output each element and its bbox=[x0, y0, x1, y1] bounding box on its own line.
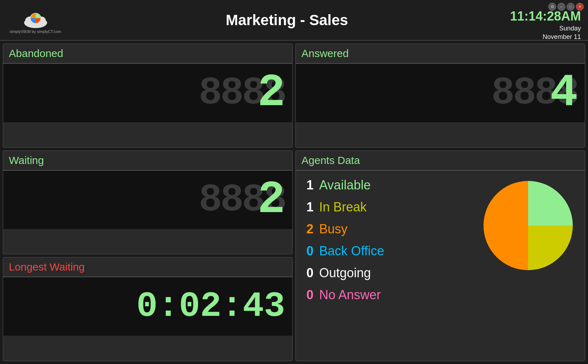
abandoned-header: Abandoned bbox=[3, 44, 292, 64]
agent-count: 1 bbox=[303, 200, 313, 215]
main-content: Abandoned 8888 2 Answered 8888 4 Waiting… bbox=[0, 41, 588, 364]
waiting-header: Waiting bbox=[3, 151, 292, 171]
logo-text: simplyVIEW by simplyCT.com bbox=[10, 29, 61, 34]
waiting-panel: Waiting 8888 2 bbox=[3, 150, 293, 255]
answered-digit-display: 8888 4 bbox=[303, 71, 578, 115]
date-month: November 11 bbox=[543, 33, 581, 40]
agent-count: 0 bbox=[303, 266, 313, 280]
agents-header: Agents Data bbox=[296, 151, 585, 171]
date-day: Sunday bbox=[559, 25, 581, 32]
answered-body: 8888 4 bbox=[296, 64, 585, 122]
agent-label: Busy bbox=[319, 222, 347, 237]
agents-panel: Agents Data 1 Available 1 In Break 2 Bus… bbox=[295, 150, 585, 361]
settings-button[interactable]: ⚙ bbox=[548, 3, 556, 11]
pie-chart bbox=[479, 176, 578, 275]
abandoned-body: 8888 2 bbox=[3, 64, 292, 122]
agent-count: 2 bbox=[303, 222, 313, 237]
agent-label: No Answer bbox=[319, 288, 381, 302]
abandoned-panel: Abandoned 8888 2 bbox=[3, 44, 293, 148]
agent-row: 0 Back Office bbox=[303, 244, 384, 258]
logo-icon bbox=[22, 6, 49, 29]
clock-display: 11:14:28AM bbox=[510, 9, 581, 24]
agent-row: 0 Outgoing bbox=[303, 266, 384, 280]
waiting-digit-display: 8888 2 bbox=[10, 178, 285, 222]
longest-waiting-body: 0:02:43 bbox=[3, 277, 292, 336]
agent-row: 0 No Answer bbox=[303, 288, 384, 302]
logo-area: simplyVIEW by simplyCT.com bbox=[7, 6, 64, 34]
agent-count: 0 bbox=[303, 288, 313, 302]
title-bar: simplyVIEW by simplyCT.com Marketing - S… bbox=[0, 0, 588, 41]
abandoned-value: 2 bbox=[258, 67, 285, 119]
agent-row: 1 Available bbox=[303, 178, 384, 193]
answered-value: 4 bbox=[550, 67, 578, 119]
date-display: Sunday November 11 bbox=[543, 24, 581, 41]
minimize-button[interactable]: – bbox=[558, 3, 565, 11]
agent-count: 1 bbox=[303, 178, 313, 193]
agent-row: 2 Busy bbox=[303, 222, 384, 237]
agent-label: In Break bbox=[319, 200, 367, 215]
agent-count: 0 bbox=[303, 244, 313, 258]
longest-waiting-panel: Longest Waiting 0:02:43 bbox=[3, 257, 293, 361]
agent-label: Available bbox=[319, 178, 371, 193]
agent-label: Outgoing bbox=[319, 266, 371, 280]
agents-list: 1 Available 1 In Break 2 Busy 0 Back Off… bbox=[303, 176, 384, 302]
longest-waiting-header: Longest Waiting bbox=[3, 257, 292, 277]
pie-chart-container bbox=[479, 176, 578, 275]
maximize-button[interactable]: □ bbox=[567, 3, 575, 11]
agent-row: 1 In Break bbox=[303, 200, 384, 215]
waiting-body: 8888 2 bbox=[3, 171, 292, 229]
window-controls[interactable]: ⚙ – □ ✕ bbox=[548, 3, 584, 11]
waiting-value: 2 bbox=[258, 174, 285, 226]
close-button[interactable]: ✕ bbox=[576, 3, 584, 11]
window-title: Marketing - Sales bbox=[64, 12, 510, 29]
longest-waiting-timer: 0:02:43 bbox=[10, 286, 285, 326]
agent-label: Back Office bbox=[319, 244, 384, 258]
answered-panel: Answered 8888 4 bbox=[295, 44, 585, 148]
answered-header: Answered bbox=[296, 44, 585, 64]
abandoned-digit-display: 8888 2 bbox=[10, 71, 285, 115]
agents-body: 1 Available 1 In Break 2 Busy 0 Back Off… bbox=[296, 171, 585, 361]
